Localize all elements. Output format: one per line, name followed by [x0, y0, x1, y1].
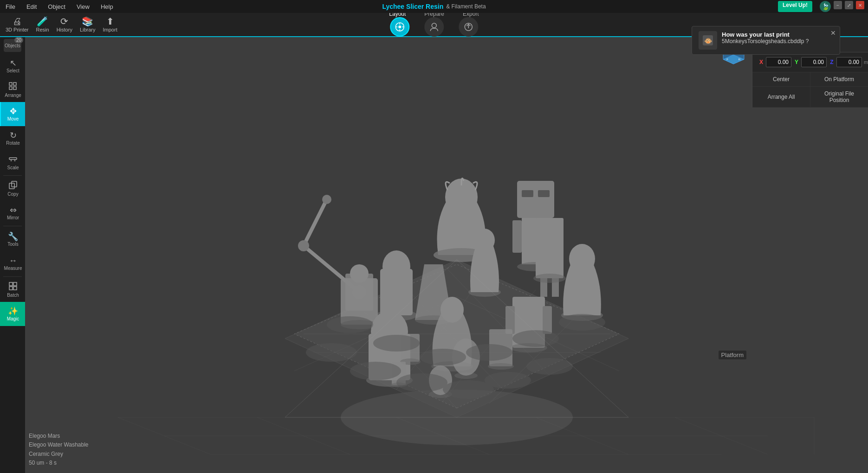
tab-layout[interactable]	[390, 17, 409, 38]
svg-rect-22	[9, 287, 13, 290]
tab-export[interactable]	[459, 17, 478, 38]
sidebar-separator-2	[3, 226, 22, 226]
svg-text:F: F	[726, 58, 728, 61]
svg-point-57	[382, 250, 410, 283]
3d-scene	[25, 37, 868, 473]
sidebar-item-scale[interactable]: Scale	[0, 150, 25, 174]
viewport[interactable]: 🏠 ⚙ Top R F Platform Elegoo Mars Elegoo …	[25, 37, 868, 473]
panel-btn-row-1: Center On Platform	[752, 72, 868, 87]
svg-point-59	[474, 229, 495, 252]
objects-panel-button[interactable]: Objects 20	[4, 39, 21, 52]
sidebar-separator-1	[3, 175, 22, 176]
menu-item-file[interactable]: File	[4, 2, 17, 11]
sidebar-item-select[interactable]: ↖ Select	[0, 54, 25, 78]
sidebar-item-mirror[interactable]: ⇔ Mirror	[0, 201, 25, 225]
app-title: Lychee Slicer Resin & Filament Beta	[382, 3, 486, 10]
toolbar-printer[interactable]: 🖨 3D Printer	[6, 17, 29, 32]
menu-item-object[interactable]: Object	[46, 2, 67, 11]
svg-rect-48	[538, 190, 550, 197]
svg-rect-20	[9, 282, 13, 286]
platform-label: Platform	[719, 351, 746, 359]
tab-prepare-icon	[424, 17, 444, 37]
menu-bar: File Edit Object View Help Lychee Slicer…	[0, 0, 868, 13]
svg-rect-12	[13, 83, 16, 85]
import-icon: ⬆	[106, 17, 114, 26]
unit-label: mm	[864, 59, 868, 65]
original-file-position-button[interactable]: Original File Position	[810, 87, 868, 107]
toolbar-resin[interactable]: 🧪 Resin	[36, 17, 49, 32]
arrange-all-button[interactable]: Arrange All	[752, 87, 810, 107]
sidebar-item-rotate[interactable]: ↻ Rotate	[0, 126, 25, 150]
main-area: Objects 20 ↖ Select Arrange ✥ Move ↻ Rot…	[0, 37, 868, 473]
menu-item-view[interactable]: View	[75, 2, 91, 11]
nav-tabs-row	[390, 17, 478, 38]
toolbar-tools-group: 🖨 3D Printer 🧪 Resin ⟳ History 📚 Library…	[6, 17, 117, 32]
toolbar-import-label: Import	[103, 27, 117, 32]
tab-export-icon	[459, 17, 478, 37]
app-title-sub: & Filament Beta	[446, 3, 486, 10]
notification-close-button[interactable]: ✕	[830, 29, 836, 37]
svg-point-6	[432, 23, 436, 28]
y-input[interactable]	[801, 57, 827, 67]
printer-icon: 🖨	[13, 17, 22, 26]
svg-point-93	[485, 372, 531, 389]
svg-point-90	[350, 362, 401, 380]
arrange-icon	[9, 82, 17, 92]
toolbar-printer-label: 3D Printer	[6, 27, 29, 32]
batch-icon	[9, 282, 17, 292]
sidebar-mirror-label: Mirror	[7, 215, 19, 220]
history-icon: ⟳	[60, 17, 68, 26]
rotate-icon: ↻	[10, 131, 17, 140]
svg-rect-23	[13, 287, 17, 290]
svg-point-99	[512, 330, 559, 347]
svg-point-84	[488, 363, 514, 370]
close-button[interactable]: ✕	[856, 1, 864, 9]
sidebar-batch-label: Batch	[7, 293, 19, 298]
menu-item-edit[interactable]: Edit	[25, 2, 39, 11]
mirror-icon: ⇔	[10, 206, 17, 214]
svg-point-94	[526, 358, 573, 375]
svg-line-50	[304, 199, 327, 246]
level-up-button[interactable]: Level Up!	[778, 1, 812, 12]
resin-color: Ceramic Grey	[29, 450, 89, 459]
tab-prepare[interactable]	[424, 17, 444, 38]
copy-icon	[9, 181, 17, 191]
menu-item-help[interactable]: Help	[99, 2, 115, 11]
sidebar-item-measure[interactable]: ↔ Measure	[0, 251, 25, 275]
svg-point-73	[440, 297, 464, 323]
toolbar-import[interactable]: ⬆ Import	[103, 17, 117, 32]
toolbar-library[interactable]: 📚 Library	[80, 17, 96, 32]
sidebar-item-batch[interactable]: Batch	[0, 278, 25, 302]
toolbar-history[interactable]: ⟳ History	[57, 17, 72, 32]
svg-point-100	[559, 314, 605, 331]
x-coord-group: X	[758, 57, 791, 67]
svg-rect-13	[9, 87, 12, 89]
svg-rect-60	[536, 218, 564, 278]
tab-layout-icon	[390, 17, 409, 37]
center-button[interactable]: Center	[752, 72, 810, 86]
sidebar-move-label: Move	[7, 116, 19, 121]
sidebar-item-copy[interactable]: Copy	[0, 177, 25, 201]
z-input[interactable]	[836, 57, 862, 67]
magic-icon: ✨	[8, 307, 18, 315]
z-label: Z	[829, 59, 835, 65]
sidebar-item-tools[interactable]: 🔧 Tools	[0, 227, 25, 251]
sidebar-copy-label: Copy	[7, 192, 18, 197]
select-icon: ↖	[10, 59, 17, 67]
bottom-info: Elegoo Mars Elegoo Water Washable Cerami…	[29, 432, 89, 467]
notification-text: 5MonkeysTorsolegsheads.cbddlp ?	[722, 38, 809, 45]
on-platform-button[interactable]: On Platform	[810, 72, 868, 86]
sidebar-item-move[interactable]: ✥ Move	[0, 102, 25, 126]
svg-rect-42	[517, 181, 554, 218]
x-input[interactable]	[766, 57, 791, 67]
svg-point-97	[420, 349, 466, 365]
toolbar: 🖨 3D Printer 🧪 Resin ⟳ History 📚 Library…	[0, 13, 868, 37]
restore-button[interactable]: ⤢	[845, 1, 853, 9]
sidebar-separator-3	[3, 276, 22, 277]
minimize-button[interactable]: −	[834, 1, 842, 9]
svg-point-66	[350, 264, 369, 283]
svg-point-96	[373, 335, 420, 352]
resin-icon: 🧪	[37, 17, 48, 26]
sidebar-item-magic[interactable]: ✨ Magic	[0, 302, 25, 326]
sidebar-item-arrange[interactable]: Arrange	[0, 78, 25, 102]
